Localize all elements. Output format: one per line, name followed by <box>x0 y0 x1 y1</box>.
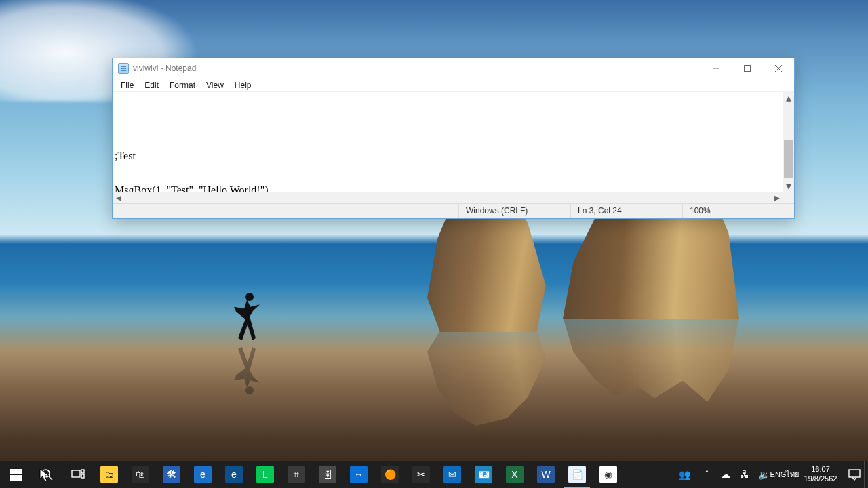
network-icon[interactable]: 🖧 <box>735 461 754 488</box>
taskbar-app-internet-explorer[interactable]: e <box>187 461 218 488</box>
taskbar-app-chrome[interactable]: ◉ <box>593 461 624 488</box>
line-messenger-icon: L <box>256 466 274 483</box>
taskbar-app-word[interactable]: W <box>530 461 561 488</box>
menu-file[interactable]: File <box>115 80 139 91</box>
horizontal-scrollbar[interactable]: ◂ ▸ <box>113 192 783 203</box>
clock-date: 19/8/2562 <box>799 474 842 484</box>
editor-area: ▴ ▾ ◂ ▸ <box>113 92 794 203</box>
scroll-corner <box>783 192 794 203</box>
taskbar-app-mail-app[interactable]: 📧 <box>468 461 499 488</box>
taskbar-app-microsoft-store[interactable]: 🛍 <box>125 461 156 488</box>
autoit-tool-icon: 🛠 <box>163 466 180 483</box>
language-code: ENG <box>770 471 787 479</box>
taskbar-app-outlook[interactable]: ✉ <box>437 461 468 488</box>
svg-rect-0 <box>745 66 751 72</box>
vertical-scrollbar[interactable]: ▴ ▾ <box>783 92 794 192</box>
menu-view[interactable]: View <box>201 80 229 91</box>
notepad-window: viviwivi - Notepad File Edit Format View… <box>112 58 795 219</box>
svg-rect-9 <box>849 470 860 477</box>
taskbar-app-line-messenger[interactable]: L <box>250 461 281 488</box>
snipping-tool-icon: ✂ <box>412 466 430 483</box>
status-zoom: 100% <box>682 204 794 218</box>
text-editor[interactable] <box>113 92 783 192</box>
task-view-button[interactable] <box>62 461 94 488</box>
wallpaper-rock-reflection <box>563 317 739 405</box>
taskbar-app-calculator[interactable]: ⌗ <box>281 461 312 488</box>
start-button[interactable] <box>0 461 31 488</box>
scroll-left-icon[interactable]: ◂ <box>113 192 124 203</box>
microsoft-store-icon: 🛍 <box>132 466 149 483</box>
taskbar-app-microsoft-edge[interactable]: e <box>218 461 250 488</box>
scroll-thumb[interactable] <box>784 140 793 178</box>
status-position: Ln 3, Col 24 <box>570 204 682 218</box>
internet-explorer-icon: e <box>194 466 212 483</box>
titlebar[interactable]: viviwivi - Notepad <box>113 58 794 79</box>
keyboard-layout: ไทย <box>786 471 799 479</box>
svg-rect-6 <box>72 470 80 477</box>
taskbar-app-utility-orange[interactable]: 🟠 <box>374 461 406 488</box>
people-button[interactable]: 👥 <box>671 461 697 488</box>
wallpaper-rock-reflection <box>427 331 556 426</box>
svg-rect-3 <box>10 475 16 481</box>
chrome-icon: ◉ <box>599 466 617 483</box>
tray-overflow-icon[interactable]: ˄ <box>697 461 716 488</box>
svg-point-5 <box>42 470 50 477</box>
mail-app-icon: 📧 <box>475 466 492 483</box>
minimize-button[interactable] <box>701 58 732 79</box>
svg-rect-1 <box>10 469 16 474</box>
taskbar-app-notepad[interactable]: 📄 <box>561 461 593 488</box>
status-encoding: Windows (CRLF) <box>458 204 570 218</box>
action-center-button[interactable] <box>845 461 864 488</box>
scroll-down-icon[interactable]: ▾ <box>783 180 794 192</box>
maximize-button[interactable] <box>732 58 763 79</box>
word-icon: W <box>537 466 555 483</box>
scroll-right-icon[interactable]: ▸ <box>771 192 783 203</box>
teamviewer-icon: ↔ <box>350 466 368 483</box>
search-button[interactable] <box>31 461 62 488</box>
statusbar: Windows (CRLF) Ln 3, Col 24 100% <box>113 203 794 218</box>
system-tray: 👥 ˄ ☁ 🖧 🔉 ENG ไทย 16:07 19/8/2562 <box>671 461 868 488</box>
scroll-up-icon[interactable]: ▴ <box>783 92 794 104</box>
notepad-icon <box>118 63 129 74</box>
wallpaper-runner <box>231 291 268 344</box>
clock[interactable]: 16:07 19/8/2562 <box>796 462 845 487</box>
taskbar: 🗂🛍🛠eeL⌗🗄↔🟠✂✉📧XW📄◉ 👥 ˄ ☁ 🖧 🔉 ENG ไทย 16:0… <box>0 461 868 488</box>
svg-rect-2 <box>16 469 22 474</box>
scroll-track[interactable] <box>124 192 771 203</box>
svg-rect-4 <box>16 475 22 481</box>
taskbar-app-sql-database[interactable]: 🗄 <box>312 461 343 488</box>
menu-help[interactable]: Help <box>229 80 257 91</box>
taskbar-app-teamviewer[interactable]: ↔ <box>343 461 374 488</box>
close-button[interactable] <box>763 58 794 79</box>
notepad-icon: 📄 <box>568 466 586 483</box>
clock-time: 16:07 <box>799 465 842 474</box>
sql-database-icon: 🗄 <box>319 466 336 483</box>
excel-icon: X <box>506 466 524 483</box>
menu-edit[interactable]: Edit <box>139 80 164 91</box>
utility-orange-icon: 🟠 <box>381 466 399 483</box>
calculator-icon: ⌗ <box>288 466 305 483</box>
onedrive-icon[interactable]: ☁ <box>716 461 735 488</box>
file-explorer-icon: 🗂 <box>100 466 118 483</box>
menu-format[interactable]: Format <box>164 80 201 91</box>
taskbar-app-snipping-tool[interactable]: ✂ <box>406 461 437 488</box>
taskbar-app-excel[interactable]: X <box>499 461 530 488</box>
input-language[interactable]: ENG ไทย <box>773 461 796 488</box>
menubar: File Edit Format View Help <box>113 79 794 92</box>
window-title: viviwivi - Notepad <box>133 64 196 73</box>
outlook-icon: ✉ <box>443 466 461 483</box>
svg-rect-8 <box>81 474 84 478</box>
taskbar-app-file-explorer[interactable]: 🗂 <box>94 461 125 488</box>
show-desktop-button[interactable] <box>864 461 868 488</box>
taskbar-app-autoit-tool[interactable]: 🛠 <box>156 461 187 488</box>
scroll-track[interactable] <box>783 104 794 180</box>
microsoft-edge-icon: e <box>225 466 243 483</box>
svg-rect-7 <box>81 470 84 473</box>
wallpaper-runner-reflection <box>231 343 268 396</box>
